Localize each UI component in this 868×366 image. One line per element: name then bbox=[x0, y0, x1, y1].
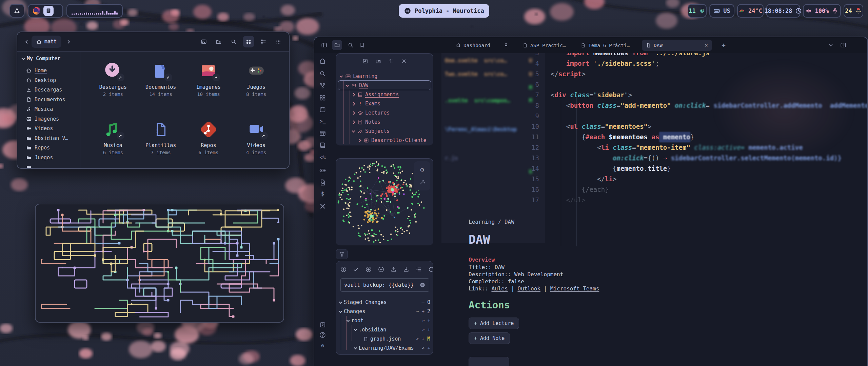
sidebar-item-juegos[interactable]: Juegos bbox=[22, 153, 80, 163]
new-tab-button[interactable]: + bbox=[718, 40, 729, 50]
git-undo-icon[interactable]: ↶ bbox=[416, 308, 419, 314]
git-undo-icon[interactable]: ↶ bbox=[422, 327, 425, 333]
sidebar-item-partial[interactable] bbox=[22, 162, 80, 168]
git-minus-icon[interactable]: — bbox=[422, 299, 425, 305]
rail-graph[interactable] bbox=[319, 82, 326, 89]
git-row-changes[interactable]: Changes↶+2 bbox=[336, 307, 430, 316]
rail-templater[interactable]: <% bbox=[319, 154, 326, 161]
git-row-graphjson[interactable]: graph.json↶+M bbox=[336, 334, 430, 343]
tab-dashboard[interactable]: Dashboard bbox=[452, 40, 513, 51]
git-undo-icon[interactable]: ↶ bbox=[422, 345, 425, 351]
git-row-learningdawexams[interactable]: Learning/DAW/Exams↶+ bbox=[336, 344, 430, 352]
grid-view-button[interactable] bbox=[243, 36, 254, 47]
unstage-all-button[interactable] bbox=[377, 265, 385, 273]
rail-home[interactable] bbox=[319, 58, 326, 65]
breadcrumb[interactable]: matt bbox=[32, 36, 61, 48]
git-plus-icon[interactable]: + bbox=[422, 336, 425, 342]
tray-item-24c[interactable]: 24°C bbox=[737, 4, 764, 18]
tray-item-us[interactable]: US bbox=[709, 4, 734, 18]
toggle-right-sidebar-button[interactable] bbox=[838, 40, 848, 50]
sidebar-item-repos[interactable]: Repos bbox=[22, 143, 80, 153]
folder-videos[interactable]: Videos4 items bbox=[232, 117, 280, 169]
sidebar-item-videos[interactable]: Videos bbox=[22, 124, 80, 134]
graph-settings-button[interactable]: ⚙ bbox=[418, 166, 426, 174]
git-plus-icon[interactable]: + bbox=[428, 318, 430, 324]
sidebar-item-desktop[interactable]: Desktop bbox=[22, 76, 80, 85]
clear-message-icon[interactable] bbox=[419, 282, 426, 288]
search-button[interactable] bbox=[228, 36, 239, 47]
sidebar-item-musica[interactable]: Musica bbox=[22, 104, 80, 114]
change-layout-button[interactable] bbox=[415, 265, 423, 273]
toggle-left-sidebar-button[interactable] bbox=[319, 40, 329, 50]
note-editor[interactable]: One.svelte src\co…UTwo.svelte src\co…UM.… bbox=[441, 53, 868, 366]
now-playing-widget[interactable]: Polyphia - Neurotica bbox=[399, 4, 489, 18]
folder-imagenes[interactable]: Imagenes10 items bbox=[185, 59, 233, 117]
git-row-obsidian[interactable]: .obsidian↶+ bbox=[336, 325, 430, 334]
folder-descargas[interactable]: Descargas2 items bbox=[89, 59, 137, 117]
git-panel-tab[interactable] bbox=[336, 249, 348, 259]
rail-file-search[interactable] bbox=[319, 179, 326, 186]
tab-tema6prcticas[interactable]: Tema 6 Prácticas -… bbox=[576, 40, 636, 51]
sort-button[interactable] bbox=[387, 57, 395, 65]
tab-daw[interactable]: DAW× bbox=[642, 40, 712, 51]
folder-musica[interactable]: Musica6 items bbox=[89, 117, 137, 169]
git-row-stagedchanges[interactable]: Staged Changes—0 bbox=[336, 298, 430, 307]
tree-item-assignments[interactable]: Assignments bbox=[352, 90, 399, 99]
rail-terminal[interactable]: >_ bbox=[319, 118, 326, 125]
sidebar-item-descargas[interactable]: Descargas bbox=[22, 85, 80, 95]
vault-switcher[interactable] bbox=[319, 321, 326, 328]
git-plus-icon[interactable]: + bbox=[422, 308, 425, 314]
tree-item-lectures[interactable]: Lectures bbox=[352, 108, 390, 117]
sidebar-item-documentos[interactable]: Documentos bbox=[22, 95, 80, 105]
stage-all-button[interactable] bbox=[364, 265, 373, 273]
git-row-root[interactable]: root↶+ bbox=[336, 316, 430, 325]
tab-list-button[interactable] bbox=[826, 40, 836, 50]
rail-calendar[interactable] bbox=[319, 106, 326, 113]
menu-button[interactable] bbox=[273, 36, 284, 47]
sidebar-section[interactable]: My Computer bbox=[22, 56, 80, 62]
commit-button[interactable] bbox=[352, 265, 360, 273]
refresh-button[interactable] bbox=[427, 265, 433, 273]
graph-filter-button[interactable] bbox=[418, 178, 426, 186]
settings-button[interactable]: ⚙ bbox=[319, 342, 326, 349]
collapse-all-button[interactable] bbox=[400, 57, 408, 65]
folder-documentos[interactable]: Documentos14 items bbox=[137, 59, 185, 117]
tree-item-desarrollocliente[interactable]: Desarrollo-Cliente bbox=[358, 136, 427, 145]
partial-button[interactable] bbox=[469, 357, 509, 366]
list-view-button[interactable] bbox=[258, 36, 269, 47]
rail-currency[interactable]: $ bbox=[319, 190, 326, 198]
bookmarks-button[interactable] bbox=[357, 40, 367, 50]
new-folder-button[interactable] bbox=[213, 36, 224, 47]
back-button[interactable] bbox=[21, 37, 32, 47]
tray-item-11[interactable]: 11© bbox=[688, 4, 707, 18]
git-undo-icon[interactable]: ↶ bbox=[416, 336, 419, 342]
launcher-button[interactable] bbox=[9, 4, 24, 18]
folder-repos[interactable]: Repos6 items bbox=[185, 117, 233, 169]
notes-app-chip[interactable] bbox=[43, 6, 54, 16]
new-folder-button[interactable] bbox=[374, 57, 382, 65]
tray-item-180828[interactable]: 18:08:28 bbox=[766, 4, 800, 18]
open-terminal-button[interactable] bbox=[198, 36, 210, 47]
add-lecture-button[interactable]: + Add Lecture bbox=[469, 318, 519, 329]
tab-asppractice6[interactable]: ASP Practice 6 bbox=[518, 40, 571, 51]
tray-item-24[interactable]: 24 bbox=[844, 4, 863, 18]
graph-view-panel[interactable]: ⚙ bbox=[336, 158, 433, 245]
commit-message-input[interactable] bbox=[340, 278, 429, 292]
note-breadcrumb[interactable]: Learning / DAW bbox=[469, 219, 514, 225]
push-button[interactable] bbox=[390, 265, 398, 273]
rail-search[interactable] bbox=[319, 70, 326, 77]
rail-book[interactable] bbox=[319, 142, 326, 149]
commit-and-push-button[interactable] bbox=[339, 265, 348, 273]
pull-button[interactable] bbox=[402, 265, 410, 273]
folder-juegos[interactable]: Juegos8 items bbox=[232, 59, 280, 117]
tree-item-learning[interactable]: Learning bbox=[340, 72, 377, 81]
new-note-button[interactable] bbox=[361, 57, 369, 65]
note-link-aules[interactable]: Aules bbox=[491, 285, 508, 292]
rail-dashboard[interactable] bbox=[319, 94, 326, 101]
note-link-microsoftteams[interactable]: Microsoft Teams bbox=[550, 285, 599, 292]
search-view-button[interactable] bbox=[346, 40, 356, 50]
file-explorer-button[interactable] bbox=[332, 40, 342, 50]
tree-item-subjects[interactable]: Subjects bbox=[352, 127, 390, 136]
git-plus-icon[interactable]: + bbox=[428, 327, 430, 333]
sidebar-item-imagenes[interactable]: Imagenes bbox=[22, 114, 80, 124]
